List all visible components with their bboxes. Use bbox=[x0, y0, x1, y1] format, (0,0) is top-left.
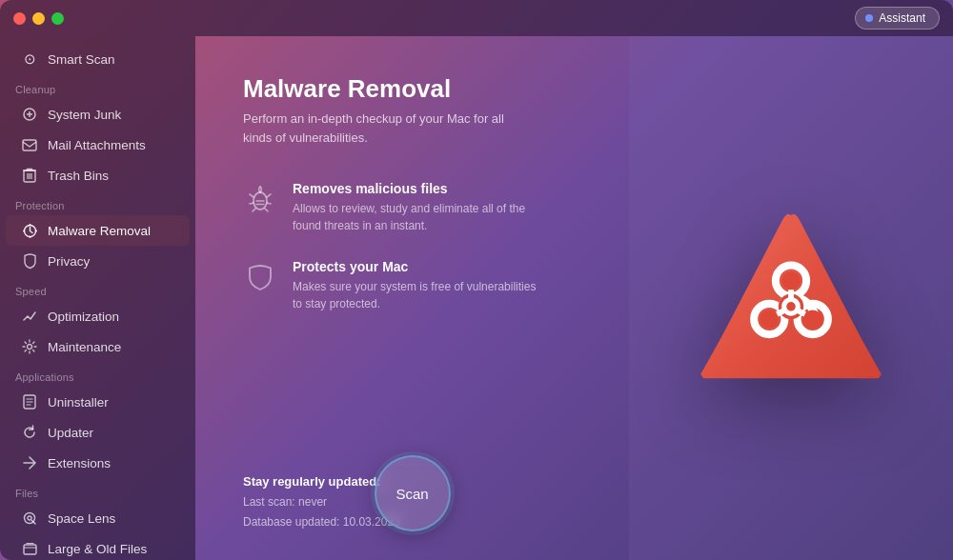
content-area: Malware Removal Perform an in-depth chec… bbox=[195, 36, 629, 560]
feature-removes-malicious: Removes malicious files Allows to review… bbox=[243, 181, 581, 234]
bug-icon bbox=[243, 183, 277, 217]
feature-removes-text: Removes malicious files Allows to review… bbox=[293, 181, 540, 234]
sidebar-item-space-lens[interactable]: Space Lens bbox=[6, 503, 190, 533]
main-layout: ⊙ Smart Scan Cleanup System Junk bbox=[0, 36, 953, 560]
svg-point-4 bbox=[29, 224, 30, 226]
svg-point-5 bbox=[29, 236, 30, 238]
assistant-dot bbox=[865, 14, 873, 22]
sidebar-label-trash-bins: Trash Bins bbox=[48, 169, 109, 183]
sidebar-label-system-junk: System Junk bbox=[48, 108, 121, 122]
optimization-icon bbox=[21, 308, 38, 325]
sidebar-label-space-lens: Space Lens bbox=[48, 511, 115, 526]
svg-point-6 bbox=[23, 230, 25, 231]
feature-protects-text: Protects your Mac Makes sure your system… bbox=[293, 259, 540, 312]
scan-button[interactable]: Scan bbox=[375, 455, 451, 531]
space-lens-icon bbox=[21, 510, 38, 527]
feature-removes-title: Removes malicious files bbox=[293, 181, 540, 196]
sidebar-item-system-junk[interactable]: System Junk bbox=[6, 99, 190, 130]
mail-icon bbox=[21, 136, 38, 153]
section-label-protection: Protection bbox=[0, 190, 195, 215]
malware-icon bbox=[21, 222, 38, 239]
svg-point-8 bbox=[28, 345, 32, 350]
sidebar-item-extensions[interactable]: Extensions bbox=[6, 448, 190, 478]
scan-button-area: Scan bbox=[375, 455, 451, 531]
close-button[interactable] bbox=[13, 12, 26, 25]
sidebar-label-optimization: Optimization bbox=[48, 310, 119, 324]
smart-scan-icon: ⊙ bbox=[21, 50, 38, 68]
sidebar-label-maintenance: Maintenance bbox=[48, 340, 121, 354]
sidebar-label-uninstaller: Uninstaller bbox=[48, 395, 109, 410]
sidebar-label-updater: Updater bbox=[48, 426, 93, 440]
minimize-button[interactable] bbox=[32, 12, 45, 25]
section-label-cleanup: Cleanup bbox=[0, 74, 195, 99]
trash-icon bbox=[21, 167, 38, 184]
svg-rect-13 bbox=[24, 545, 36, 554]
svg-rect-1 bbox=[23, 140, 36, 150]
section-label-files: Files bbox=[0, 478, 195, 503]
maximize-button[interactable] bbox=[51, 12, 64, 25]
sidebar-item-trash-bins[interactable]: Trash Bins bbox=[6, 160, 190, 190]
traffic-lights bbox=[13, 12, 64, 25]
svg-point-21 bbox=[803, 310, 821, 328]
feature-protects-mac: Protects your Mac Makes sure your system… bbox=[243, 259, 581, 312]
assistant-button[interactable]: Assistant bbox=[855, 7, 940, 30]
large-files-icon bbox=[21, 540, 38, 557]
shield-icon bbox=[243, 261, 277, 295]
sidebar-item-optimization[interactable]: Optimization bbox=[6, 301, 190, 331]
section-label-applications: Applications bbox=[0, 362, 195, 387]
sidebar-label-extensions: Extensions bbox=[48, 456, 111, 470]
title-bar: Assistant bbox=[0, 0, 953, 36]
sidebar-item-label: Smart Scan bbox=[48, 52, 115, 67]
page-title: Malware Removal bbox=[243, 74, 581, 104]
biohazard-illustration bbox=[686, 193, 896, 403]
illustration-area bbox=[629, 36, 953, 560]
svg-point-11 bbox=[28, 516, 31, 520]
sidebar-label-malware-removal: Malware Removal bbox=[48, 224, 151, 238]
svg-line-27 bbox=[777, 310, 785, 313]
sidebar-item-maintenance[interactable]: Maintenance bbox=[6, 331, 190, 362]
sidebar-item-updater[interactable]: Updater bbox=[6, 417, 190, 448]
privacy-icon bbox=[21, 252, 38, 270]
sidebar-label-large-old-files: Large & Old Files bbox=[48, 542, 147, 556]
updater-icon bbox=[21, 424, 38, 441]
page-subtitle: Perform an in-depth checkup of your Mac … bbox=[243, 110, 529, 147]
maintenance-icon bbox=[21, 338, 38, 355]
sidebar-item-malware-removal[interactable]: Malware Removal bbox=[6, 215, 190, 246]
section-label-speed: Speed bbox=[0, 276, 195, 301]
extensions-icon bbox=[21, 454, 38, 471]
sidebar-label-privacy: Privacy bbox=[48, 254, 90, 269]
feature-protects-desc: Makes sure your system is free of vulner… bbox=[293, 278, 540, 312]
svg-point-7 bbox=[35, 230, 37, 231]
sidebar-item-mail-attachments[interactable]: Mail Attachments bbox=[6, 130, 190, 160]
sidebar-item-smart-scan[interactable]: ⊙ Smart Scan bbox=[6, 44, 190, 74]
feature-removes-desc: Allows to review, study and eliminate al… bbox=[293, 200, 540, 234]
system-junk-icon bbox=[21, 106, 38, 123]
sidebar: ⊙ Smart Scan Cleanup System Junk bbox=[0, 36, 195, 560]
svg-point-22 bbox=[760, 310, 779, 328]
svg-point-20 bbox=[781, 271, 800, 290]
feature-protects-title: Protects your Mac bbox=[293, 259, 540, 274]
sidebar-item-privacy[interactable]: Privacy bbox=[6, 246, 190, 276]
sidebar-label-mail-attachments: Mail Attachments bbox=[48, 138, 146, 152]
sidebar-item-large-old-files[interactable]: Large & Old Files bbox=[6, 533, 190, 560]
uninstaller-icon bbox=[21, 393, 38, 410]
assistant-label: Assistant bbox=[879, 11, 925, 25]
app-window: Assistant ⊙ Smart Scan Cleanup System Ju… bbox=[0, 0, 953, 560]
sidebar-item-uninstaller[interactable]: Uninstaller bbox=[6, 387, 190, 417]
svg-line-26 bbox=[797, 310, 805, 313]
